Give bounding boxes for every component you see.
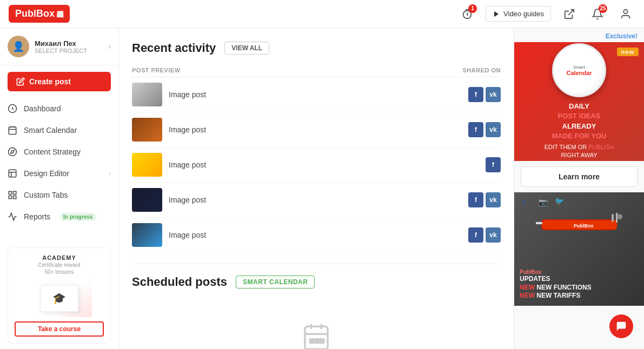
user-section[interactable]: 👤 Михаил Пех SELECT PROJECT › bbox=[0, 28, 118, 65]
facebook-button[interactable]: f bbox=[486, 157, 501, 172]
col-shared-on: SHARED ON bbox=[436, 67, 501, 73]
table-row: Image post f vk bbox=[132, 218, 501, 253]
dashboard-icon bbox=[8, 104, 17, 113]
notification-badge: 25 bbox=[599, 4, 607, 13]
sidebar-item-reports-label: Reports bbox=[24, 212, 50, 221]
facebook-button[interactable]: f bbox=[468, 87, 483, 102]
avatar: 👤 bbox=[8, 36, 29, 57]
layout-icon bbox=[8, 169, 17, 178]
create-post-label: Create post bbox=[29, 77, 71, 86]
user-name: Михаил Пех bbox=[35, 39, 108, 48]
post-label: Image post bbox=[169, 90, 468, 99]
promo-new-badge: new bbox=[617, 48, 639, 56]
view-all-button[interactable]: VIEW ALL bbox=[224, 42, 269, 55]
timer-button[interactable]: 1 bbox=[457, 4, 477, 24]
share-button[interactable] bbox=[560, 4, 579, 24]
sidebar-item-reports[interactable]: Reports In progress bbox=[0, 206, 118, 227]
sidebar-item-design-editor[interactable]: Design Editor › bbox=[0, 163, 118, 184]
header-right: 1 Video guides 25 bbox=[457, 4, 635, 24]
promo-caption: DAILY POST IDEAS ALREADY MADE FOR YOU Ed… bbox=[545, 102, 614, 160]
sidebar-item-dashboard[interactable]: Dashboard bbox=[0, 98, 118, 119]
design-editor-arrow-icon: › bbox=[109, 170, 111, 177]
header: PublBox 1 Video guides bbox=[0, 0, 644, 28]
svg-rect-17 bbox=[9, 196, 11, 199]
svg-rect-14 bbox=[9, 191, 11, 194]
svg-rect-31 bbox=[536, 222, 542, 224]
vk-button[interactable]: vk bbox=[486, 192, 501, 207]
academy-title: ACADEMY bbox=[15, 254, 104, 261]
post-thumbnail bbox=[132, 223, 162, 247]
vk-button[interactable]: vk bbox=[486, 122, 501, 137]
empty-calendar-icon bbox=[301, 321, 331, 349]
promo-updates: UPDATES bbox=[520, 275, 592, 284]
scheduled-posts-title: Scheduled posts bbox=[132, 275, 227, 289]
promo-new-tariffs: NEW NEW TARIFFS bbox=[520, 292, 592, 300]
post-label: Image post bbox=[169, 160, 486, 169]
sidebar-item-smart-calendar-label: Smart Calendar bbox=[24, 126, 77, 135]
svg-rect-5 bbox=[9, 127, 16, 135]
sidebar-item-smart-calendar[interactable]: Smart Calendar bbox=[0, 119, 118, 141]
table-row: Image post f vk bbox=[132, 77, 501, 112]
nav-items: Dashboard Smart Calendar Content Strateg… bbox=[0, 98, 118, 242]
sidebar-item-dashboard-label: Dashboard bbox=[24, 104, 61, 113]
svg-rect-11 bbox=[9, 170, 16, 177]
sidebar-item-content-strategy[interactable]: Content Strategy bbox=[0, 141, 118, 163]
table-header: POST PREVIEW SHARED ON bbox=[132, 64, 501, 77]
academy-image: 🎓 bbox=[27, 279, 92, 317]
right-sidebar: Exclusive! new Smart Calendar DAILY POST… bbox=[514, 28, 644, 349]
app-body: 👤 Михаил Пех SELECT PROJECT › Create pos… bbox=[0, 28, 644, 349]
grid-icon bbox=[8, 190, 17, 200]
post-social: f vk bbox=[468, 192, 501, 207]
post-thumbnail bbox=[132, 83, 162, 106]
create-post-button[interactable]: Create post bbox=[8, 72, 111, 91]
post-label: Image post bbox=[169, 196, 468, 204]
scheduled-posts-header: Scheduled posts SMART CALENDAR bbox=[132, 275, 501, 289]
smart-calendar-button[interactable]: SMART CALENDAR bbox=[236, 276, 315, 288]
promo-2-content: PublBox UPDATES NEW NEW FUNCTIONS NEW NE… bbox=[520, 269, 592, 300]
svg-point-9 bbox=[9, 148, 17, 156]
promo-image-1: new Smart Calendar DAILY POST IDEAS ALRE… bbox=[514, 42, 644, 161]
academy-card: 🎓 bbox=[41, 285, 78, 312]
vk-button[interactable]: vk bbox=[486, 87, 501, 102]
svg-rect-16 bbox=[14, 196, 16, 199]
sidebar-item-custom-tabs[interactable]: Custom Tabs bbox=[0, 184, 118, 206]
profile-button[interactable] bbox=[616, 4, 635, 24]
chat-icon bbox=[615, 320, 627, 332]
svg-line-2 bbox=[568, 9, 574, 15]
recent-activity-header: Recent activity VIEW ALL bbox=[132, 41, 501, 55]
svg-rect-18 bbox=[305, 326, 328, 349]
learn-more-button[interactable]: Learn more bbox=[521, 166, 638, 187]
post-thumbnail bbox=[132, 153, 162, 177]
facebook-button[interactable]: f bbox=[468, 122, 483, 137]
table-row: Image post f bbox=[132, 147, 501, 183]
logo-cube-icon bbox=[57, 10, 64, 17]
video-guides-button[interactable]: Video guides bbox=[486, 6, 551, 22]
notification-button[interactable]: 25 bbox=[588, 4, 607, 24]
chat-bubble-button[interactable] bbox=[609, 314, 633, 338]
post-thumbnail bbox=[132, 188, 162, 212]
promo-brand: PublBox bbox=[520, 269, 592, 275]
user-sub-label: SELECT PROJECT bbox=[35, 48, 108, 54]
svg-rect-22 bbox=[310, 339, 314, 343]
svg-point-30 bbox=[617, 214, 622, 219]
vk-button[interactable]: vk bbox=[486, 227, 501, 243]
compass-icon bbox=[8, 147, 17, 157]
take-course-button[interactable]: Take a course bbox=[15, 321, 104, 337]
empty-state bbox=[132, 300, 501, 349]
academy-lessons: 60+ lessons bbox=[15, 269, 104, 275]
promo-plate: Smart Calendar bbox=[552, 43, 606, 97]
facebook-button[interactable]: f bbox=[468, 192, 483, 207]
post-social: f bbox=[486, 157, 501, 172]
logo[interactable]: PublBox bbox=[9, 5, 70, 23]
post-social: f vk bbox=[468, 227, 501, 243]
sidebar-item-content-strategy-label: Content Strategy bbox=[24, 147, 81, 156]
sidebar: 👤 Михаил Пех SELECT PROJECT › Create pos… bbox=[0, 28, 119, 349]
post-label: Image post bbox=[169, 231, 468, 239]
user-arrow-icon: › bbox=[108, 42, 111, 51]
facebook-button[interactable]: f bbox=[468, 227, 483, 243]
svg-rect-23 bbox=[315, 339, 319, 343]
in-progress-badge: In progress bbox=[60, 213, 96, 221]
svg-text:PublBox: PublBox bbox=[574, 223, 594, 229]
post-social: f vk bbox=[468, 122, 501, 137]
logo-text: PublBox bbox=[15, 8, 55, 19]
